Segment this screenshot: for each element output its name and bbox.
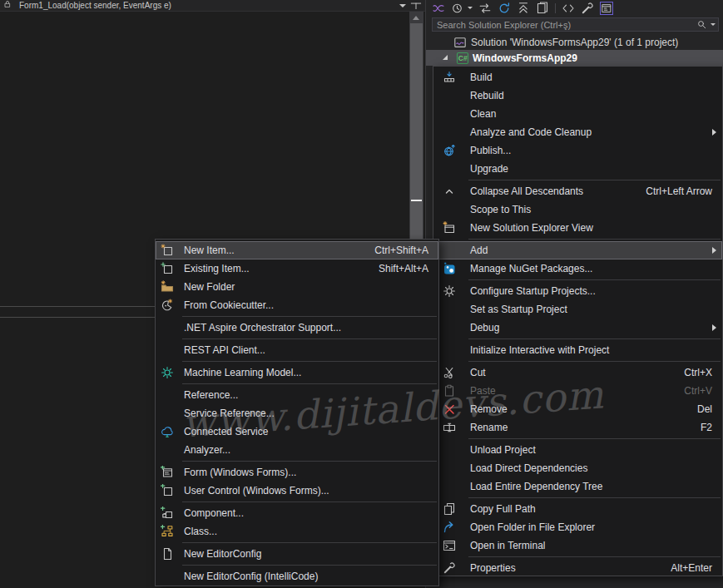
chevron-down-icon[interactable] [399,4,406,7]
menu-item-load-direct-dependencies[interactable]: Load Direct Dependencies [433,459,722,477]
no-icon [440,480,458,493]
form-icon [158,466,176,479]
menu-item-upgrade[interactable]: Upgrade [433,160,722,178]
menu-item-label: Open in Terminal [470,540,546,551]
vs-home-icon[interactable] [432,2,445,15]
no-icon [440,343,458,357]
menu-item-cut[interactable]: CutCtrl+X [433,363,722,382]
menu-item-rebuild[interactable]: Rebuild [433,86,722,105]
menu-item-collapse-all-descendants[interactable]: Collapse All DescendantsCtrl+Left Arrow [433,182,722,200]
lock-icon [2,0,16,12]
preview-icon[interactable] [600,2,613,15]
menu-item-publish[interactable]: Publish... [433,141,722,160]
menu-item-label: Connected Service [184,426,268,437]
submenu-item-form-windows-forms[interactable]: Form (Windows Forms)... [156,463,438,482]
menu-item-rename[interactable]: RenameF2 [433,418,722,437]
submenu-item-new-editorconfig-intellicode[interactable]: New EditorConfig (IntelliCode) [156,567,438,586]
scroll-up-icon[interactable] [413,16,419,20]
submenu-item-user-control-windows-forms[interactable]: User Control (Windows Forms)... [156,482,438,500]
nuget-icon [440,262,458,275]
component-icon [158,506,176,520]
expand-arrow-icon[interactable] [439,52,453,65]
menu-item-remove[interactable]: RemoveDel [433,400,722,418]
menu-separator [182,565,437,566]
tree-row-project-selected[interactable]: C# WindowsFormsApp29 [426,50,723,66]
menu-item-label: Copy Full Path [470,503,536,515]
search-icon[interactable] [695,18,708,32]
submenu-item-net-aspire-orchestrator-support[interactable]: .NET Aspire Orchestrator Support... [156,319,438,337]
sync-icon[interactable] [478,2,492,15]
submenu-item-new-item[interactable]: New Item...Ctrl+Shift+A [156,241,438,259]
wrench-icon[interactable] [581,2,594,15]
menu-item-scope-to-this[interactable]: Scope to This [433,200,722,219]
menu-item-label: Scope to This [470,204,531,215]
user-control-icon [158,484,176,497]
new-folder-icon [158,280,176,294]
menu-item-label: New EditorConfig [184,548,261,560]
menu-item-configure-startup-projects[interactable]: Configure Startup Projects... [433,282,722,300]
editor-scrollbar[interactable] [409,12,423,243]
scrollbar-thumb[interactable] [410,23,423,239]
submenu-item-from-cookiecutter[interactable]: From Cookiecutter... [156,296,438,314]
no-icon [440,107,458,121]
menu-item-label: Publish... [470,145,511,156]
menu-item-unload-project[interactable]: Unload Project [433,441,722,459]
menu-item-new-solution-explorer-view[interactable]: New Solution Explorer View [433,219,722,237]
history-clock-icon[interactable] [451,2,464,15]
code-view-icon[interactable] [562,2,575,15]
show-all-files-icon[interactable] [536,2,549,15]
menu-item-set-as-startup-project[interactable]: Set as Startup Project [433,300,722,319]
submenu-item-analyzer[interactable]: Analyzer... [156,441,438,459]
no-icon [158,570,176,583]
chevron-up-icon [440,185,458,198]
menu-item-shortcut: Ctrl+X [664,367,712,378]
submenu-item-reference[interactable]: Reference... [156,386,438,404]
collapse-all-icon[interactable] [517,2,530,15]
menu-item-paste[interactable]: PasteCtrl+V [433,382,722,400]
menu-item-open-folder-in-file-explorer[interactable]: Open Folder in File Explorer [433,518,722,536]
menu-separator [468,497,721,498]
menu-item-label: User Control (Windows Forms)... [184,485,329,497]
no-icon [158,343,176,357]
menu-item-analyze-and-code-cleanup[interactable]: Analyze and Code Cleanup [433,123,722,141]
menu-item-load-entire-dependency-tree[interactable]: Load Entire Dependency Tree [433,477,722,496]
editor-splitter-icon[interactable] [410,1,423,11]
menu-item-debug[interactable]: Debug [433,319,722,337]
submenu-item-new-editorconfig[interactable]: New EditorConfig [156,545,438,563]
submenu-item-service-reference[interactable]: Service Reference... [156,404,438,422]
menu-item-label: Unload Project [470,444,536,456]
rename-icon [440,421,458,434]
menu-item-label: Cut [470,367,486,378]
tree-row-solution[interactable]: Solution 'WindowsFormsApp29' (1 of 1 pro… [426,34,723,50]
menu-item-label: Machine Learning Model... [184,367,301,378]
menu-item-build[interactable]: Build [433,68,722,86]
chevron-down-icon[interactable] [711,23,716,26]
submenu-item-existing-item[interactable]: Existing Item...Shift+Alt+A [156,259,438,278]
menu-item-label: Form (Windows Forms)... [184,467,296,478]
navbar-member-text[interactable]: Form1_Load(object sender, EventArgs e) [19,1,171,10]
menu-separator [468,239,721,240]
menu-item-label: Debug [470,322,499,334]
scissors-icon [440,366,458,379]
submenu-item-machine-learning-model[interactable]: Machine Learning Model... [156,363,438,382]
menu-item-clean[interactable]: Clean [433,105,722,123]
submenu-item-new-folder[interactable]: New Folder [156,278,438,296]
menu-item-copy-full-path[interactable]: Copy Full Path [433,500,722,518]
no-icon [440,244,458,257]
menu-item-initialize-interactive-with-project[interactable]: Initialize Interactive with Project [433,341,722,359]
menu-item-open-in-terminal[interactable]: Open in Terminal [433,536,722,555]
menu-item-properties[interactable]: PropertiesAlt+Enter [433,559,722,577]
submenu-item-component[interactable]: Component... [156,504,438,522]
menu-item-add[interactable]: Add [433,241,722,259]
refresh-icon[interactable] [498,2,511,15]
build-icon [440,71,458,84]
submenu-item-connected-service[interactable]: Connected Service [156,422,438,441]
menu-item-label: Set as Startup Project [470,304,567,315]
submenu-item-class[interactable]: Class... [156,522,438,541]
wrench-icon [440,561,458,575]
search-input[interactable] [437,20,695,30]
menu-item-manage-nuget-packages[interactable]: Manage NuGet Packages... [433,259,722,278]
submenu-item-rest-api-client[interactable]: REST API Client... [156,341,438,359]
no-icon [440,203,458,216]
chevron-down-icon[interactable] [468,7,473,9]
